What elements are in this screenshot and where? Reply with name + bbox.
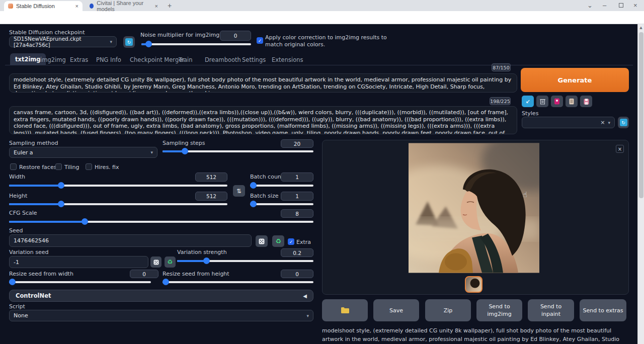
scrollbar-thumb[interactable]: [639, 32, 643, 198]
tab-settings[interactable]: Settings: [242, 56, 266, 63]
slider-handle[interactable]: [145, 41, 152, 47]
controlnet-accordion[interactable]: ControlNet ◀: [9, 290, 313, 302]
noise-multiplier-value[interactable]: 0: [220, 31, 251, 41]
extra-networks-button[interactable]: [551, 96, 563, 107]
generated-image[interactable]: [409, 143, 539, 273]
tab-img2img[interactable]: img2img: [40, 56, 66, 63]
script-dropdown[interactable]: None ▾: [9, 310, 313, 321]
color-correction-checkbox[interactable]: ✓: [257, 37, 263, 44]
negative-prompt-textarea[interactable]: canvas frame, cartoon, 3d, ((disfigured)…: [9, 106, 517, 134]
seed-input[interactable]: 1476462546: [9, 234, 252, 247]
slider-handle[interactable]: [163, 279, 169, 285]
tiling-checkbox[interactable]: [55, 163, 62, 170]
send-to-img2img-button[interactable]: Send to img2img: [476, 299, 522, 321]
sampling-steps-slider[interactable]: [163, 148, 313, 154]
seed-label: Seed: [9, 227, 23, 234]
width-slider[interactable]: [9, 183, 227, 189]
styles-refresh-button[interactable]: ↻: [618, 117, 629, 128]
apply-styles-button[interactable]: [566, 96, 578, 107]
random-variation-seed-button[interactable]: [150, 256, 162, 268]
styles-clear-icon[interactable]: ×: [600, 119, 605, 126]
zip-button[interactable]: Zip: [425, 299, 471, 321]
tab-checkpoint-merger[interactable]: Checkpoint Merger: [130, 56, 185, 63]
tab-dreambooth[interactable]: Dreambooth: [205, 56, 241, 63]
slider-handle[interactable]: [250, 201, 257, 207]
sampling-method-dropdown[interactable]: Euler a ▾: [9, 147, 157, 158]
cfg-scale-value[interactable]: 8: [281, 209, 313, 218]
paste-generation-params-button[interactable]: ↙: [522, 96, 534, 107]
noise-multiplier-slider[interactable]: [141, 41, 251, 47]
batch-size-slider[interactable]: [250, 201, 313, 207]
tab-png-info[interactable]: PNG Info: [96, 56, 121, 63]
slider-handle[interactable]: [82, 218, 88, 225]
batch-size-value[interactable]: 1: [281, 192, 313, 201]
clear-prompt-button[interactable]: [536, 96, 548, 107]
extra-seed-checkbox[interactable]: ✓: [288, 238, 294, 245]
tab-extensions[interactable]: Extensions: [272, 56, 303, 63]
slider-handle[interactable]: [9, 279, 16, 285]
cfg-scale-slider[interactable]: [9, 219, 313, 225]
send-to-inpaint-button[interactable]: Send to inpaint: [528, 299, 574, 321]
card-icon: [554, 98, 560, 105]
browser-tab-active[interactable]: Stable Diffusion ×: [4, 1, 83, 11]
resize-seed-width-label: Resize seed from width: [9, 271, 73, 277]
save-button[interactable]: Save: [373, 299, 419, 321]
tab-extras[interactable]: Extras: [70, 56, 88, 63]
batch-count-value[interactable]: 1: [281, 173, 313, 182]
batch-count-slider[interactable]: [250, 183, 313, 189]
new-tab-button[interactable]: +: [168, 2, 172, 10]
gallery-thumbnail[interactable]: [465, 276, 482, 293]
slider-track[interactable]: [163, 281, 313, 283]
height-slider[interactable]: [9, 201, 227, 207]
width-value[interactable]: 512: [195, 173, 227, 182]
resize-seed-height-slider[interactable]: [163, 279, 313, 285]
resize-seed-height-value[interactable]: 0: [281, 270, 313, 278]
sampling-method-value: Euler a: [14, 149, 33, 156]
slider-track[interactable]: [250, 203, 313, 205]
checkpoint-dropdown[interactable]: SD15NewVAEpruned.ckpt [27a4ac756c] ▾: [9, 36, 117, 47]
reuse-variation-seed-button[interactable]: ♻: [165, 256, 176, 268]
restore-faces-checkbox[interactable]: [10, 163, 17, 170]
styles-dropdown[interactable]: × ▾: [522, 117, 615, 128]
variation-strength-slider[interactable]: [177, 258, 313, 264]
resize-seed-width-value[interactable]: 0: [130, 270, 158, 278]
sampling-steps-value[interactable]: 20: [281, 139, 313, 148]
slider-handle[interactable]: [182, 148, 188, 154]
scrollbar[interactable]: ▲: [637, 24, 644, 344]
reuse-seed-button[interactable]: ♻: [272, 235, 284, 247]
slider-handle[interactable]: [58, 182, 64, 189]
tab-close-icon[interactable]: ×: [75, 3, 78, 9]
resize-seed-width-slider[interactable]: [9, 279, 151, 285]
generation-info-text: modelshoot style, (extremely detailed CG…: [322, 327, 626, 344]
window-menu-icon[interactable]: ⌄: [587, 2, 593, 9]
slider-handle[interactable]: [250, 182, 257, 189]
height-value[interactable]: 512: [195, 192, 227, 201]
random-seed-button[interactable]: [256, 235, 268, 247]
prompt-textarea[interactable]: modelshoot style, (extremely detailed CG…: [9, 73, 517, 93]
tab-close-icon[interactable]: ×: [155, 3, 158, 9]
slider-handle[interactable]: [203, 257, 210, 264]
save-style-button[interactable]: [580, 96, 592, 107]
variation-seed-input[interactable]: -1: [9, 256, 148, 268]
open-folder-button[interactable]: [322, 299, 368, 321]
tab-train[interactable]: Train: [179, 56, 193, 63]
close-icon: ×: [618, 146, 622, 152]
browser-tab-civitai[interactable]: Civitai | Share your models ×: [86, 1, 162, 11]
slider-track[interactable]: [141, 43, 251, 45]
slider-track[interactable]: [9, 281, 151, 283]
scrollbar-up-arrow-icon[interactable]: ▲: [638, 24, 644, 30]
generate-button[interactable]: Generate: [521, 68, 629, 92]
hires-fix-checkbox[interactable]: [86, 163, 92, 170]
browser-toolbar: ← → ↻ ⓘ 127.0.0.1:7860 ⇱ ☆ ☰ ⋮: [0, 11, 644, 24]
chevron-down-icon[interactable]: ▾: [608, 120, 610, 125]
slider-handle[interactable]: [58, 201, 64, 207]
window-minimize-icon[interactable]: –: [603, 2, 606, 9]
close-image-button[interactable]: ×: [616, 145, 624, 153]
send-to-extras-button[interactable]: Send to extras: [580, 299, 626, 321]
slider-track[interactable]: [250, 185, 313, 187]
swap-width-height-button[interactable]: ⇅: [233, 185, 245, 197]
variation-strength-value[interactable]: 0.2: [281, 248, 313, 257]
window-maximize-icon[interactable]: [619, 3, 623, 8]
window-close-icon[interactable]: ×: [633, 2, 637, 9]
checkpoint-refresh-button[interactable]: ↻: [123, 36, 135, 48]
